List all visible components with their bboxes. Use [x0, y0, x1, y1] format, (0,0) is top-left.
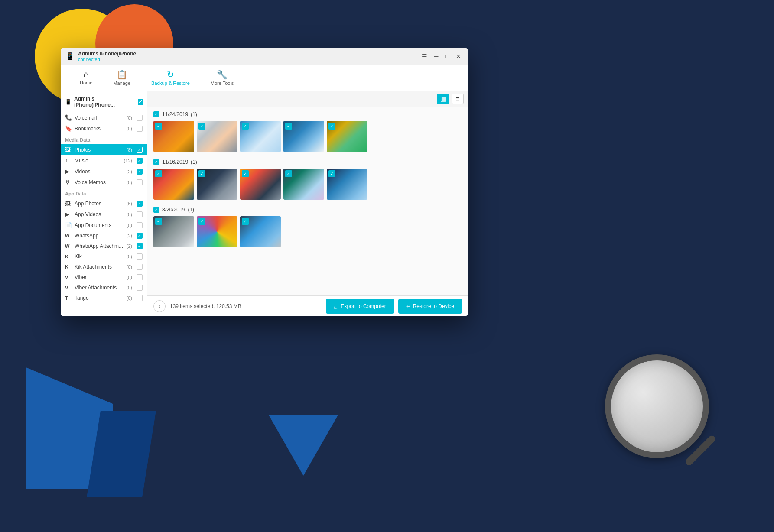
app-data-header: App Data: [61, 188, 147, 198]
sidebar-item-whatsappattach[interactable]: W WhatsApp Attachm... (2) ✓: [61, 241, 147, 251]
close-button[interactable]: ✕: [454, 52, 463, 61]
sidebar-item-videos[interactable]: ▶ Videos (2) ✓: [61, 166, 147, 177]
kikattach-check[interactable]: [137, 264, 143, 270]
thumb-check[interactable]: ✓: [155, 170, 162, 177]
photo-thumb[interactable]: ✓: [153, 216, 194, 247]
photo-grid-2: ✓ ✓ ✓ ✓ ✓: [153, 169, 462, 200]
photo-thumb[interactable]: ✓: [240, 169, 281, 200]
music-count: (12): [124, 158, 132, 163]
photo-thumb[interactable]: ✓: [283, 121, 324, 152]
device-check[interactable]: ✓: [138, 99, 143, 105]
magnifier-lens: [605, 354, 709, 458]
thumb-check[interactable]: ✓: [155, 123, 162, 130]
restore-icon: ↩: [406, 303, 410, 309]
sidebar-item-bookmarks[interactable]: 🔖 Bookmarks (0): [61, 123, 147, 134]
restore-button[interactable]: ↩ Restore to Device: [398, 299, 462, 314]
photo-thumb[interactable]: ✓: [153, 169, 194, 200]
sidebar-item-music[interactable]: ♪ Music (12) ✓: [61, 155, 147, 166]
sidebar-item-voicemail[interactable]: 📞 Voicemail (0): [61, 112, 147, 123]
thumb-check[interactable]: ✓: [285, 123, 292, 130]
photo-area[interactable]: ✓ 11/24/2019 (1) ✓ ✓ ✓: [147, 107, 468, 295]
whatsappattach-label: WhatsApp Attachm...: [75, 243, 124, 249]
kikattach-label: Kik Attachments: [75, 264, 124, 270]
thumb-check[interactable]: ✓: [198, 170, 205, 177]
thumb-check[interactable]: ✓: [285, 170, 292, 177]
photo-thumb[interactable]: ✓: [327, 121, 367, 152]
tango-check[interactable]: [137, 295, 143, 301]
sidebar-item-photos[interactable]: 🖼 Photos (8) ✓: [61, 144, 147, 155]
thumb-check[interactable]: ✓: [155, 218, 162, 225]
photo-thumb[interactable]: ✓: [240, 216, 281, 247]
bg-triangle: [269, 415, 338, 476]
photo-thumb[interactable]: ✓: [240, 121, 281, 152]
grid-view-button[interactable]: ▦: [437, 94, 449, 104]
appdocuments-label: App Documents: [75, 222, 124, 228]
voicemail-count: (0): [127, 115, 132, 120]
photo-thumb[interactable]: ✓: [197, 216, 237, 247]
appvideos-count: (0): [127, 212, 132, 217]
thumb-check[interactable]: ✓: [242, 218, 249, 225]
viberattach-check[interactable]: [137, 285, 143, 291]
sidebar-item-whatsapp[interactable]: W WhatsApp (2) ✓: [61, 230, 147, 241]
photos-check[interactable]: ✓: [137, 147, 143, 153]
whatsapp-label: WhatsApp: [75, 233, 124, 239]
sidebar-item-appphotos[interactable]: 🖼 App Photos (6) ✓: [61, 198, 147, 209]
sidebar-item-tango[interactable]: T Tango (0): [61, 293, 147, 303]
thumb-check[interactable]: ✓: [198, 218, 205, 225]
appdocuments-check[interactable]: [137, 222, 143, 228]
maximize-button[interactable]: □: [444, 52, 451, 61]
date-count-1: (1): [191, 111, 197, 117]
appvideos-check[interactable]: [137, 211, 143, 217]
photo-thumb[interactable]: ✓: [327, 169, 367, 200]
nav-backup[interactable]: ↻ Backup & Restore: [141, 68, 200, 88]
photo-thumb[interactable]: ✓: [197, 121, 237, 152]
home-icon: ⌂: [84, 69, 89, 79]
appphotos-check[interactable]: ✓: [137, 201, 143, 207]
voicemail-icon: 📞: [65, 114, 72, 121]
date-check-1[interactable]: ✓: [153, 111, 159, 117]
device-row-icon: 📱: [65, 99, 72, 105]
content-panel: ▦ ≡ ✓ 11/24/2019 (1) ✓: [147, 91, 468, 316]
content-toolbar: ▦ ≡: [147, 91, 468, 107]
menu-button[interactable]: ☰: [420, 52, 429, 61]
export-button[interactable]: ⬚ Export to Computer: [326, 299, 394, 314]
sidebar-item-appvideos[interactable]: ▶ App Videos (0): [61, 209, 147, 220]
whatsappattach-check[interactable]: ✓: [137, 243, 143, 249]
nav-tools[interactable]: 🔧 More Tools: [200, 68, 244, 88]
sidebar-item-kikattach[interactable]: K Kik Attachments (0): [61, 262, 147, 272]
nav-manage[interactable]: 📋 Manage: [103, 68, 141, 88]
sidebar: 📱 Admin's iPhone(iPhone... ✓ 📞 Voicemail…: [61, 91, 147, 316]
thumb-check[interactable]: ✓: [242, 123, 249, 130]
date-check-3[interactable]: ✓: [153, 207, 159, 213]
viber-icon: V: [65, 275, 72, 280]
thumb-check[interactable]: ✓: [198, 123, 205, 130]
voicemail-check[interactable]: [137, 115, 143, 121]
list-view-button[interactable]: ≡: [452, 94, 464, 104]
nav-home[interactable]: ⌂ Home: [69, 68, 103, 88]
kik-check[interactable]: [137, 253, 143, 260]
back-button[interactable]: ‹: [153, 300, 166, 312]
date-check-2[interactable]: ✓: [153, 159, 159, 165]
whatsapp-check[interactable]: ✓: [137, 233, 143, 239]
sidebar-item-kik[interactable]: K Kik (0): [61, 251, 147, 262]
sidebar-item-appdocuments[interactable]: 📄 App Documents (0): [61, 220, 147, 230]
videos-check[interactable]: ✓: [137, 169, 143, 175]
voicemail-label: Voicemail: [75, 115, 124, 121]
minimize-button[interactable]: ─: [433, 52, 440, 61]
bookmarks-check[interactable]: [137, 126, 143, 132]
photo-thumb[interactable]: ✓: [197, 169, 237, 200]
thumb-check[interactable]: ✓: [242, 170, 249, 177]
bookmarks-icon: 🔖: [65, 125, 72, 132]
music-check[interactable]: ✓: [137, 158, 143, 164]
thumb-check[interactable]: ✓: [328, 170, 335, 177]
sidebar-item-viber[interactable]: V Viber (0): [61, 272, 147, 282]
sidebar-device-row: 📱 Admin's iPhone(iPhone... ✓: [61, 94, 147, 110]
viber-check[interactable]: [137, 274, 143, 280]
sidebar-item-viberattach[interactable]: V Viber Attachments (0): [61, 282, 147, 293]
thumb-check[interactable]: ✓: [328, 123, 335, 130]
sidebar-item-voicememos[interactable]: 🎙 Voice Memos (0): [61, 177, 147, 188]
photo-thumb[interactable]: ✓: [153, 121, 194, 152]
photo-thumb[interactable]: ✓: [283, 169, 324, 200]
voicememos-label: Voice Memos: [75, 179, 124, 185]
voicememos-check[interactable]: [137, 179, 143, 185]
